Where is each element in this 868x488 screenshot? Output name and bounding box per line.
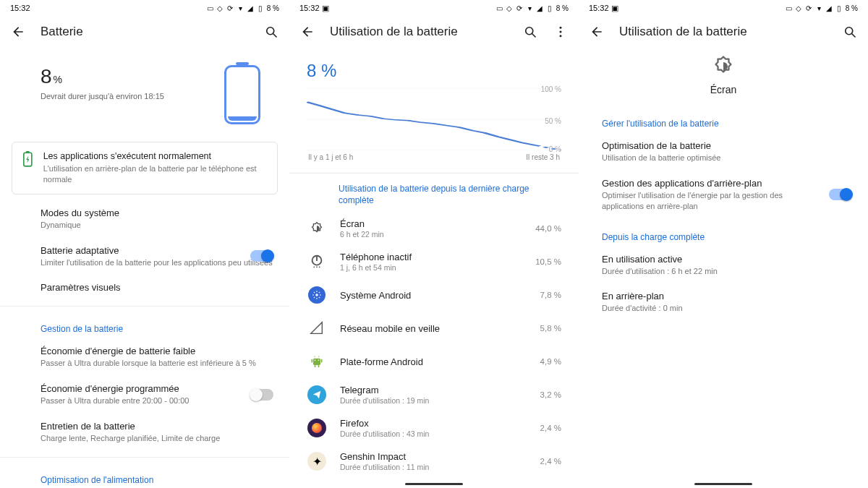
nav-handle[interactable] — [694, 483, 752, 485]
svg-rect-24 — [318, 365, 320, 367]
app-sub: Durée d'utilisation : 43 min — [340, 429, 529, 438]
active-use-row: En utilisation active Durée d'utilisatio… — [579, 247, 868, 284]
app-pct: 10,5 % — [535, 257, 561, 266]
card-sub: L'utilisation en arrière-plan de la batt… — [43, 163, 267, 185]
search-button[interactable] — [842, 24, 858, 40]
battery-pct: 8 % — [267, 4, 279, 12]
app-pct: 44,0 % — [535, 224, 561, 233]
scheduled-toggle[interactable] — [250, 389, 273, 401]
svg-line-5 — [532, 34, 536, 38]
svg-point-0 — [267, 27, 274, 35]
battery-care-row[interactable]: Entretien de la batterie Charge lente, R… — [0, 414, 289, 451]
scheduled-saver-row[interactable]: Économie d'énergie programmée Passer à U… — [0, 376, 289, 414]
adaptive-battery-row[interactable]: Batterie adaptative Limiter l'utilisatio… — [0, 238, 289, 275]
back-button[interactable] — [10, 24, 26, 40]
svg-point-7 — [560, 31, 562, 33]
app-pct: 2,4 % — [540, 424, 561, 432]
usage-row[interactable]: ✦Genshin ImpactDurée d'utilisation : 11 … — [289, 445, 579, 478]
app-icon — [307, 318, 327, 338]
page-title: Utilisation de la batterie — [330, 25, 508, 39]
section-management: Gestion de la batterie — [0, 312, 289, 338]
detail-title: Écran — [579, 84, 868, 95]
appbar: Batterie — [0, 16, 289, 48]
battery-optimization-row[interactable]: Optimisation de la batterie Utilisation … — [579, 133, 868, 171]
search-button[interactable] — [522, 24, 538, 40]
appbar: Utilisation de la batterie — [579, 16, 868, 48]
usage-row[interactable]: Système Android7,8 % — [289, 278, 579, 312]
clock: 15:32 — [10, 4, 30, 12]
divider — [0, 306, 289, 307]
low-battery-saver-row[interactable]: Économie d'énergie de batterie faible Pa… — [0, 338, 289, 376]
background-toggle[interactable] — [829, 189, 852, 200]
overflow-button[interactable] — [553, 24, 569, 40]
battery-check-icon — [22, 151, 33, 167]
app-sub: 6 h et 22 min — [340, 230, 524, 239]
usage-row[interactable]: Réseau mobile en veille5,8 % — [289, 312, 579, 345]
time-right: Il reste 3 h — [526, 153, 560, 161]
battery-hero: 8% Devrait durer jusqu'à environ 18:15 — [0, 48, 289, 136]
time-left: Il y a 1 j et 6 h — [308, 153, 353, 161]
app-pct: 7,8 % — [540, 291, 561, 299]
svg-rect-3 — [26, 151, 29, 153]
battery-level: 8% — [41, 65, 164, 88]
signal-icon: ◢ — [247, 4, 255, 12]
dev-icon: ◇ — [216, 4, 224, 12]
nav-handle[interactable] — [405, 483, 463, 485]
app-name: Genshin Impact — [340, 451, 529, 462]
visual-params-row[interactable]: Paramètres visuels — [0, 275, 289, 300]
app-name: Système Android — [340, 290, 529, 301]
back-button[interactable] — [589, 24, 605, 40]
section-optimization: Optimisation de l'alimentation — [0, 463, 289, 488]
battery-forecast: Devrait durer jusqu'à environ 18:15 — [41, 91, 164, 101]
brightness-icon — [710, 53, 736, 80]
search-button[interactable] — [263, 24, 279, 40]
usage-row[interactable]: FirefoxDurée d'utilisation : 43 min2,4 % — [289, 411, 579, 445]
y-0: 0 % — [549, 145, 561, 153]
app-name: Écran — [340, 218, 524, 229]
apps-status-card[interactable]: Les applications s'exécutent normalement… — [12, 142, 278, 194]
background-use-row: En arrière-plan Durée d'activité : 0 min — [579, 283, 868, 321]
y-50: 50 % — [545, 117, 561, 125]
usage-row[interactable]: TelegramDurée d'utilisation : 19 min3,2 … — [289, 378, 579, 411]
svg-rect-18 — [313, 359, 320, 365]
app-icon — [307, 218, 327, 239]
usage-row[interactable]: Plate-forme Android4,9 % — [289, 345, 579, 378]
app-pct: 5,8 % — [540, 324, 561, 333]
app-name: Plate-forme Android — [340, 356, 529, 367]
svg-line-26 — [852, 34, 856, 38]
battery-chart[interactable]: 100 % 50 % 0 % Il y a 1 j et 6 h Il rest… — [289, 84, 579, 163]
card-title: Les applications s'exécutent normalement — [43, 151, 267, 161]
battery-icon: ▯ — [257, 4, 265, 12]
svg-point-15 — [316, 267, 318, 268]
adaptive-toggle[interactable] — [250, 250, 273, 262]
usage-row[interactable]: Écran6 h et 22 min44,0 % — [289, 212, 579, 245]
svg-point-25 — [846, 27, 853, 35]
sync-icon: ⟳ — [226, 4, 234, 12]
divider — [0, 457, 289, 458]
app-icon — [307, 351, 327, 372]
svg-point-20 — [318, 360, 320, 361]
status-bar: 15:32 ▣ ▭◇⟳▾◢▯8 % — [289, 0, 579, 16]
app-pct: 2,4 % — [540, 457, 561, 466]
wifi-icon: ▾ — [237, 4, 244, 12]
page-title: Utilisation de la batterie — [619, 25, 827, 39]
svg-line-1 — [273, 34, 277, 38]
app-pct: 3,2 % — [540, 390, 561, 399]
usage-section: Utilisation de la batterie depuis la der… — [289, 174, 579, 212]
battery-icon-large — [224, 65, 260, 124]
svg-point-17 — [315, 294, 318, 296]
page-title: Batterie — [41, 25, 249, 39]
app-icon — [307, 252, 327, 272]
screenshot-icon: ▣ — [611, 4, 619, 12]
system-modes-row[interactable]: Modes du système Dynamique — [0, 200, 289, 238]
back-button[interactable] — [299, 24, 315, 40]
app-name: Firefox — [340, 418, 529, 429]
background-apps-row[interactable]: Gestion des applications d'arrière-plan … — [579, 171, 868, 219]
usage-row[interactable]: Téléphone inactif1 j, 6 h et 54 min10,5 … — [289, 245, 579, 278]
svg-rect-22 — [321, 359, 323, 363]
app-sub: Durée d'utilisation : 19 min — [340, 396, 529, 405]
app-name: Téléphone inactif — [340, 252, 524, 262]
svg-point-16 — [319, 267, 320, 268]
app-pct: 4,9 % — [540, 357, 561, 366]
status-icons: ▭ ◇ ⟳ ▾ ◢ ▯ 8 % — [206, 4, 279, 12]
